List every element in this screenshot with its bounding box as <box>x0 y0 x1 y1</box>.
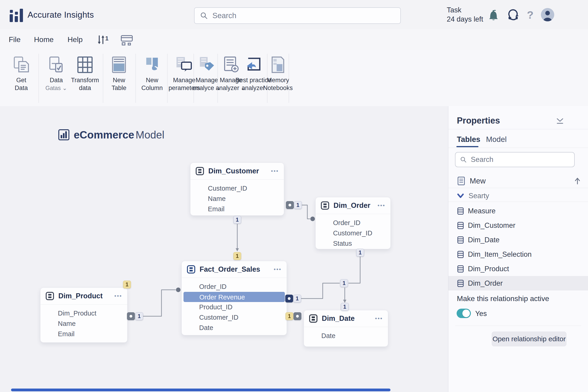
cardinality-one-badge: 1 <box>293 295 301 302</box>
table-icon <box>309 314 318 323</box>
global-search[interactable] <box>194 7 401 24</box>
ribbon-new-column-button[interactable]: NewColumn <box>137 55 167 92</box>
table-field[interactable]: Email <box>40 329 127 339</box>
collapse-panel-icon[interactable] <box>556 118 564 124</box>
search-icon <box>200 12 208 20</box>
table-list-item-measure[interactable]: Measure <box>448 204 588 218</box>
cardinality-many-badge <box>285 295 293 302</box>
table-field[interactable]: Email <box>190 204 284 214</box>
table-list-label: Dim_Customer <box>468 222 516 230</box>
table-field[interactable]: Status <box>316 238 390 249</box>
cardinality-one-badge: 1 <box>341 303 349 311</box>
global-search-input[interactable] <box>212 11 395 20</box>
cardinality-one-badge: 1 <box>286 312 293 320</box>
table-field[interactable]: Customer_ID <box>190 183 284 194</box>
table-menu-button[interactable]: ••• <box>375 315 383 322</box>
group-row-searty[interactable]: Searty <box>448 190 588 202</box>
table-field[interactable]: Order_ID <box>316 218 390 228</box>
table-card-fact-order-sales[interactable]: Fact_Order_Sales ••• Order_ID Order Reve… <box>182 261 287 335</box>
list-item-label: Mew <box>470 176 486 185</box>
arrow-up-icon[interactable] <box>574 177 581 185</box>
table-field-selected[interactable]: Order Revenue <box>184 292 285 302</box>
table-field[interactable]: Customer_ID <box>316 228 390 238</box>
transform-data-icon <box>75 55 95 74</box>
get-data-icon <box>12 55 31 74</box>
table-field[interactable]: Dim_Product <box>40 308 127 318</box>
table-card-dim-order[interactable]: Dim_Order ••• Order_ID Customer_ID Statu… <box>315 197 391 249</box>
menu-file[interactable]: File <box>9 35 21 44</box>
relationship-active-label: Make this relationship active <box>457 294 549 303</box>
panel-search[interactable] <box>455 152 575 167</box>
cardinality-one-badge: 1 <box>294 201 302 209</box>
table-card-dim-product[interactable]: Dim_Product ••• Dim_Product Name Email <box>40 288 128 343</box>
help-icon[interactable]: ? <box>527 8 534 21</box>
table-field[interactable]: Name <box>190 194 284 204</box>
chevron-down-icon <box>457 193 464 198</box>
model-canvas[interactable]: eCommerceModel Dim_Customer ••• Custo <box>0 106 448 392</box>
ribbon-get-data-button[interactable]: GetData <box>7 55 36 92</box>
table-icon <box>457 265 464 272</box>
table-icon <box>196 167 204 176</box>
table-list-item-dim-order[interactable]: Dim_Order <box>448 276 588 290</box>
table-list-item-dim-date[interactable]: Dim_Date <box>448 233 588 247</box>
table-name: Dim_Product <box>58 292 103 300</box>
task-label: Task <box>447 6 483 15</box>
table-list-item-dim-customer[interactable]: Dim_Customer <box>448 218 588 233</box>
menu-home[interactable]: Home <box>34 35 54 44</box>
list-item-mew[interactable]: Mew <box>448 174 588 188</box>
table-icon <box>457 236 464 244</box>
table-list-item-dim-product[interactable]: Dim_Product <box>448 262 588 276</box>
toggle-value: Yes <box>475 310 487 318</box>
document-icon <box>458 176 465 185</box>
notifications-bell-icon[interactable] <box>487 8 499 21</box>
cardinality-one-badge: 1 <box>340 279 348 287</box>
ribbon-transform-data-button[interactable]: Transformdata <box>68 55 102 92</box>
table-name: Fact_Order_Sales <box>200 265 260 274</box>
table-name: Dim_Order <box>334 202 370 210</box>
table-name: Dim_Customer <box>208 167 259 175</box>
support-sync-icon[interactable] <box>507 8 520 21</box>
table-field[interactable]: Order_ID <box>182 282 287 292</box>
table-icon <box>457 207 464 215</box>
table-field[interactable]: Name <box>40 318 127 329</box>
table-field[interactable]: Date <box>182 323 287 333</box>
layout-view-icon[interactable] <box>120 35 133 46</box>
table-menu-button[interactable]: ••• <box>274 266 282 272</box>
person-icon <box>541 8 554 21</box>
relationship-active-toggle[interactable] <box>456 309 471 318</box>
horizontal-scrollbar[interactable] <box>11 388 390 391</box>
table-field[interactable]: Customer_ID <box>182 312 287 323</box>
tab-model[interactable]: Model <box>486 135 507 144</box>
table-field[interactable]: Date <box>304 331 388 341</box>
table-card-dim-date[interactable]: Dim_Date ••• Date <box>304 310 388 347</box>
ribbon-memory-notebooks-button[interactable]: MemoryNotebooks <box>262 55 294 92</box>
table-field[interactable]: Product_ID <box>182 302 287 312</box>
table-list-label: Dim_Product <box>468 265 509 273</box>
table-menu-button[interactable]: ••• <box>114 293 122 299</box>
cardinality-many-badge <box>286 201 294 209</box>
open-relationship-editor-button[interactable]: Open relationship editor <box>492 332 566 346</box>
table-menu-button[interactable]: ••• <box>271 168 279 174</box>
panel-search-input[interactable] <box>470 155 570 164</box>
sort-order-icon[interactable]: 1 <box>96 34 108 46</box>
tab-tables[interactable]: Tables <box>457 135 480 144</box>
manage-parameters-icon <box>174 55 194 74</box>
data-source-icon <box>47 55 66 74</box>
svg-text:1: 1 <box>105 35 108 42</box>
menu-help[interactable]: Help <box>68 35 83 44</box>
cardinality-one-badge: 1 <box>123 280 131 288</box>
table-card-dim-customer[interactable]: Dim_Customer ••• Customer_ID Name Email <box>190 162 284 216</box>
table-list-label: Dim_Item_Selection <box>468 250 532 258</box>
properties-panel: Properties Tables Model Mew Seart <box>448 106 588 392</box>
search-icon <box>460 156 467 163</box>
user-avatar[interactable] <box>541 8 554 21</box>
table-icon <box>187 265 196 274</box>
properties-title: Properties <box>457 116 500 126</box>
ribbon-new-table-button[interactable]: NewTable <box>105 55 133 92</box>
task-status: Task 24 days left <box>447 6 483 24</box>
menu-bar: File Home Help 1 <box>0 30 588 50</box>
table-list-item-dim-item-selection[interactable]: Dim_Item_Selection <box>448 247 588 262</box>
ribbon-data-button[interactable]: DataGatas ⌄ <box>42 55 70 92</box>
table-menu-button[interactable]: ••• <box>378 202 386 209</box>
cardinality-one-badge: 1 <box>356 249 364 256</box>
